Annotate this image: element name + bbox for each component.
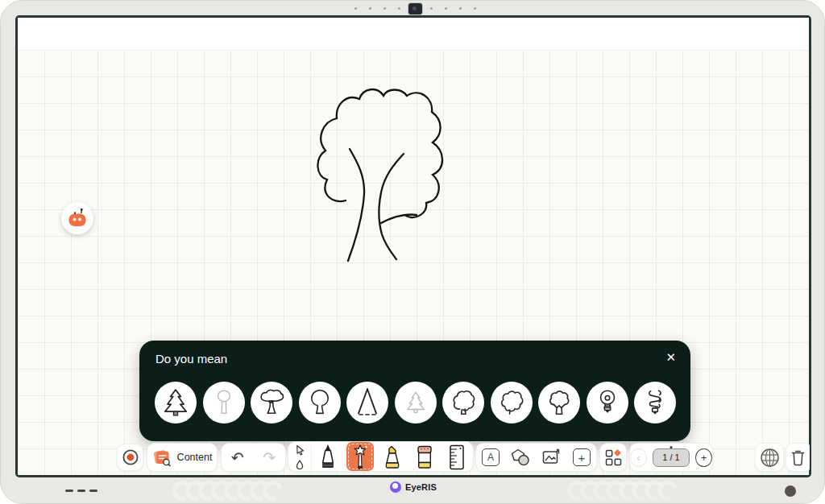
suggestion-row [155, 382, 676, 423]
bezel-dot [383, 7, 386, 10]
add-page-button[interactable]: + [695, 448, 712, 467]
marker-pen-icon [317, 444, 338, 470]
bezel-dot [445, 7, 447, 10]
pine-tree-icon [163, 388, 189, 417]
interactive-panel-device: Untitled (118) Live Quiz Live Class Shar… [0, 0, 825, 504]
shape-suggestion-panel: Do you mean ✕ [139, 341, 690, 441]
select-ink-column [288, 442, 312, 471]
suggestion-panel-title: Do you mean [155, 352, 227, 366]
ai-assistant-bubble[interactable] [61, 202, 93, 234]
bezel-dot [459, 7, 462, 10]
hand-drawn-tree [309, 81, 464, 268]
highlighter-tool[interactable] [376, 442, 408, 471]
previous-page-button[interactable]: ‹ [630, 448, 647, 467]
cloud-tree-icon [498, 388, 525, 417]
content-button[interactable]: Content [147, 443, 218, 472]
brand-lockup: EyeRIS [1, 481, 825, 493]
text-tool-letter: A [487, 452, 494, 463]
page-indicator-tick [670, 446, 673, 448]
cone-icon [354, 387, 381, 418]
suggestion-cone[interactable] [346, 382, 388, 423]
undo-button[interactable]: ↶ [231, 450, 244, 465]
trash-icon [791, 449, 805, 466]
bushy-tree-icon [450, 388, 477, 417]
bezel-dot [430, 7, 433, 10]
camera-lens [412, 6, 417, 10]
pen-tools-group [288, 441, 474, 472]
suggestion-small-pine-tree[interactable] [395, 382, 437, 423]
image-tool[interactable] [542, 448, 562, 466]
suggestion-cloud-tree[interactable] [491, 382, 533, 423]
suggestion-pine-tree[interactable] [155, 382, 197, 423]
ruler-tool[interactable] [441, 442, 473, 471]
content-library-icon [152, 448, 172, 467]
text-tool[interactable]: A [482, 448, 500, 466]
undo-redo-group: ↶ ↷ [221, 443, 286, 472]
eyeris-logo-icon [390, 481, 401, 493]
suggestion-slim-tree[interactable] [203, 382, 245, 423]
ink-drop-icon[interactable] [296, 460, 304, 469]
brand-name: EyeRIS [405, 482, 437, 492]
record-icon [122, 448, 139, 466]
insert-tools-group: A + [475, 443, 597, 472]
suggestion-broccoli-tree[interactable] [538, 382, 580, 423]
highlighter-icon [382, 445, 403, 470]
selected-tool-highlight [346, 442, 374, 471]
cursor-icon[interactable] [295, 444, 305, 456]
bezel-dot [474, 7, 476, 10]
eraser-tool[interactable] [408, 442, 441, 471]
suggestion-light-bulb[interactable] [587, 382, 628, 423]
magic-shape-pen-icon [351, 444, 369, 470]
apps-button[interactable] [599, 443, 627, 472]
webcam [408, 2, 423, 15]
bezel-dot [369, 7, 371, 10]
content-label: Content [177, 452, 213, 463]
cfl-bulb-icon [642, 388, 668, 417]
ruler-icon [449, 444, 465, 470]
page-indicator-value: 1 / 1 [662, 452, 679, 462]
power-button[interactable] [785, 485, 796, 497]
record-button[interactable] [117, 444, 143, 471]
bezel-dot [354, 7, 357, 10]
page-indicator[interactable]: 1 / 1 [653, 448, 690, 467]
light-bulb-icon [595, 388, 620, 417]
bezel-dot [398, 7, 400, 10]
apps-grid-icon [605, 449, 622, 466]
marker-pen-tool[interactable] [312, 442, 344, 471]
canvas-overview-button[interactable] [755, 443, 784, 472]
globe-grid-icon [760, 448, 780, 468]
magic-shape-pen-tool[interactable] [344, 442, 376, 471]
shapes-tool[interactable] [511, 448, 530, 466]
suggestion-canopy-tree[interactable] [251, 382, 292, 423]
suggestion-round-tree[interactable] [299, 382, 341, 423]
round-tree-icon [306, 388, 334, 417]
delete-button[interactable] [786, 443, 810, 472]
eraser-icon [415, 445, 434, 470]
suggestion-bushy-tree[interactable] [442, 382, 484, 423]
close-icon[interactable]: ✕ [665, 350, 676, 365]
add-widget-tool[interactable]: + [573, 448, 591, 466]
suggestion-cfl-bulb[interactable] [634, 382, 676, 423]
robot-icon [66, 207, 89, 229]
small-pine-tree-icon [403, 388, 429, 417]
broccoli-tree-icon [545, 388, 573, 417]
canopy-tree-icon [258, 388, 285, 417]
slim-tree-icon [211, 388, 237, 417]
redo-button[interactable]: ↷ [263, 450, 276, 465]
page-navigation: ‹ 1 / 1 + [629, 443, 713, 472]
top-app-bar [18, 18, 809, 51]
